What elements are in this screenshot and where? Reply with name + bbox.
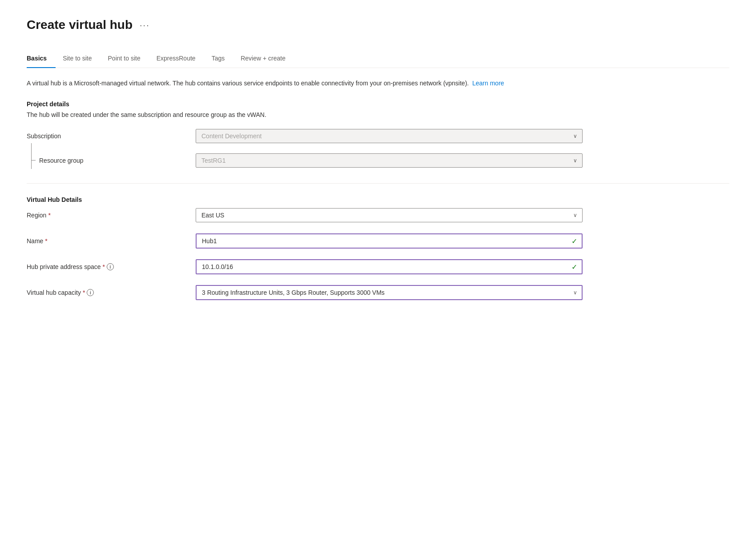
tab-review-create[interactable]: Review + create <box>241 50 294 68</box>
name-required-indicator: * <box>45 237 47 245</box>
project-details-heading: Project details <box>27 100 729 108</box>
resource-group-control: TestRG1 ∨ <box>196 153 583 168</box>
project-details-subtext: The hub will be created under the same s… <box>27 111 729 118</box>
region-required-indicator: * <box>48 212 50 219</box>
virtual-hub-capacity-control: 3 Routing Infrastructure Units, 3 Gbps R… <box>196 285 583 300</box>
subscription-dropdown[interactable]: Content Development <box>196 129 583 143</box>
region-row: Region * East US ∨ <box>27 207 729 224</box>
subscription-row: Subscription Content Development ∨ <box>27 129 729 143</box>
region-label: Region * <box>27 212 196 219</box>
virtual-hub-capacity-info-icon[interactable]: i <box>87 289 94 296</box>
tab-expressroute[interactable]: ExpressRoute <box>157 50 205 68</box>
ellipsis-button[interactable]: ··· <box>137 19 153 31</box>
region-dropdown[interactable]: East US <box>196 208 583 222</box>
region-dropdown-wrapper: East US ∨ <box>196 208 583 222</box>
name-input-wrapper: ✓ <box>196 233 583 249</box>
resource-group-dropdown-wrapper: TestRG1 ∨ <box>196 153 583 168</box>
tab-site-to-site[interactable]: Site to site <box>63 50 101 68</box>
resource-group-label-wrapper: Resource group <box>27 152 196 169</box>
hub-private-address-checkmark-icon: ✓ <box>571 263 577 271</box>
tab-tags[interactable]: Tags <box>212 50 234 68</box>
virtual-hub-heading: Virtual Hub Details <box>27 196 729 203</box>
hub-private-address-control: ✓ <box>196 259 583 274</box>
page-title-row: Create virtual hub ··· <box>27 18 729 32</box>
name-checkmark-icon: ✓ <box>571 237 577 245</box>
hub-private-address-info-icon[interactable]: i <box>107 263 114 270</box>
tab-point-to-site[interactable]: Point to site <box>108 50 149 68</box>
resource-group-row: Resource group TestRG1 ∨ <box>27 152 729 169</box>
section-divider <box>27 183 729 184</box>
hub-private-address-row: Hub private address space * i ✓ <box>27 258 729 275</box>
virtual-hub-capacity-label: Virtual hub capacity * i <box>27 289 196 296</box>
region-control: East US ∨ <box>196 208 583 222</box>
subscription-label: Subscription <box>27 132 196 140</box>
hub-private-address-label: Hub private address space * i <box>27 263 196 270</box>
resource-group-label: Resource group <box>39 157 84 164</box>
virtual-hub-capacity-row: Virtual hub capacity * i 3 Routing Infra… <box>27 284 729 301</box>
hub-private-address-required: * <box>103 263 105 270</box>
virtual-hub-details-section: Virtual Hub Details Region * East US ∨ N… <box>27 196 729 301</box>
description-text: A virtual hub is a Microsoft-managed vir… <box>27 79 516 88</box>
resource-group-dropdown[interactable]: TestRG1 <box>196 153 583 168</box>
name-label: Name * <box>27 237 196 245</box>
subscription-dropdown-wrapper: Content Development ∨ <box>196 129 583 143</box>
project-details-section: Project details The hub will be created … <box>27 100 729 169</box>
virtual-hub-capacity-dropdown[interactable]: 3 Routing Infrastructure Units, 3 Gbps R… <box>196 285 583 300</box>
name-input[interactable] <box>196 233 583 249</box>
connector-line <box>27 152 36 169</box>
learn-more-link[interactable]: Learn more <box>472 80 504 87</box>
hub-private-address-input[interactable] <box>196 259 583 274</box>
virtual-hub-capacity-dropdown-wrapper: 3 Routing Infrastructure Units, 3 Gbps R… <box>196 285 583 300</box>
tabs-nav: Basics Site to site Point to site Expres… <box>27 50 729 68</box>
subscription-control: Content Development ∨ <box>196 129 583 143</box>
tab-basics[interactable]: Basics <box>27 50 56 68</box>
virtual-hub-capacity-required: * <box>83 289 85 296</box>
page-title: Create virtual hub <box>27 18 133 32</box>
name-control: ✓ <box>196 233 583 249</box>
hub-private-address-wrapper: ✓ <box>196 259 583 274</box>
name-row: Name * ✓ <box>27 233 729 249</box>
